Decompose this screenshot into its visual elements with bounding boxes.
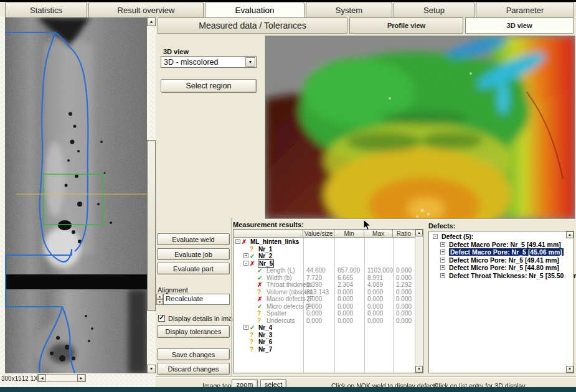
expand-toggle-icon[interactable]: + — [440, 250, 445, 254]
scroll-down-icon[interactable]: ▼ — [415, 366, 423, 373]
tab-parameter[interactable]: Parameter — [476, 2, 574, 17]
node-label[interactable]: Nr_7 — [258, 346, 272, 353]
expand-toggle-icon[interactable]: - — [433, 234, 438, 239]
node-label[interactable]: Nr_5 — [258, 260, 273, 267]
scroll-up-icon[interactable]: ▲ — [566, 231, 574, 238]
expand-toggle-icon[interactable]: + — [440, 258, 445, 263]
node-label[interactable]: Spatter — [267, 310, 286, 317]
node-label[interactable]: Nr_6 — [258, 338, 272, 345]
measurement-row[interactable]: ✗Throat thickness (s3.3902.3044.0891.292 — [234, 281, 415, 289]
node-label[interactable]: Throat thickness (s — [267, 281, 313, 288]
measurement-tree[interactable]: -✗ML_hinten_links?Nr_1+✓Nr_2-✗Nr_5✓Lengt… — [234, 238, 415, 373]
measurement-row[interactable]: ✗Macro defects (Por2.0000.0000.0000.000 — [234, 296, 415, 303]
measurement-row[interactable]: ✓Width (b)7.7206.6658.9910.000 — [234, 274, 415, 282]
measurement-row[interactable]: ?Nr_6 — [234, 338, 415, 346]
defects-vertical-scrollbar[interactable]: ▲ ▼ — [566, 231, 574, 373]
defect-label[interactable]: Defect Macro Pore: Nr_5 [45.06 mm] — [449, 248, 564, 256]
expand-toggle-icon[interactable]: + — [440, 273, 445, 278]
measurement-row[interactable]: +✓Nr_4 — [234, 324, 415, 332]
expand-toggle-icon[interactable]: + — [243, 325, 248, 330]
display-details-option[interactable]: ✓ Display details in image — [158, 314, 240, 322]
spinner-arrows[interactable]: ▲ ▼ — [156, 294, 163, 305]
header-cell-min[interactable]: Min — [334, 230, 364, 238]
expand-toggle-icon[interactable]: + — [440, 265, 445, 270]
measurement-row[interactable]: ?Nr_3 — [234, 332, 415, 339]
measurement-row[interactable]: ?Volume (obsolete)813.1430.0000.0000.000 — [234, 289, 415, 296]
tab-result-overview[interactable]: Result overview — [88, 2, 204, 17]
save-changes-button[interactable]: Save changes — [157, 348, 230, 360]
node-label[interactable]: Nr_3 — [258, 332, 272, 338]
defects-tree[interactable]: -Defect (5):+Defect Macro Pore: Nr_5 [49… — [430, 233, 565, 279]
subtab-measured-data-tolerances[interactable]: Measured data / Tolerances — [158, 17, 347, 34]
node-label[interactable]: Length (L) — [267, 267, 295, 274]
image-vertical-scrollbar[interactable]: ▲ ▼ — [147, 17, 156, 373]
defects-tree-panel[interactable]: -Defect (5):+Defect Macro Pore: Nr_5 [49… — [428, 231, 574, 373]
defect-row[interactable]: +Defect Micro Pore: Nr_5 [44.80 mm] — [430, 264, 565, 272]
tab-setup[interactable]: Setup — [394, 2, 474, 17]
defect-label[interactable]: Defect Micro Pore: Nr_5 [44.80 mm] — [449, 264, 559, 271]
node-label[interactable]: Undercuts — [267, 317, 295, 324]
evaluate-job-button[interactable]: Evaluate job — [157, 248, 230, 260]
spin-down-icon[interactable]: ▼ — [156, 299, 163, 305]
measurement-row[interactable]: -✗ML_hinten_links — [234, 238, 415, 246]
measurement-row[interactable]: ✓Length (L)44.600657.0001103.0000.000 — [234, 267, 415, 274]
node-label[interactable]: Macro defects (Por — [267, 296, 313, 302]
tab-statistics[interactable]: Statistics — [5, 2, 87, 17]
scroll-up-icon[interactable]: ▲ — [415, 230, 423, 236]
scroll-up-icon[interactable]: ▲ — [147, 17, 156, 26]
chevron-down-icon[interactable]: ▼ — [245, 57, 255, 67]
scroll-down-icon[interactable]: ▼ — [147, 365, 156, 373]
defect-root-label[interactable]: Defect (5): — [441, 233, 473, 240]
header-cell-ratio[interactable]: Ratio — [393, 230, 415, 238]
alignment-spinner[interactable]: ▲ ▼ Recalculate — [156, 294, 230, 305]
node-label[interactable]: ML_hinten_links — [250, 238, 299, 245]
measurement-table[interactable]: Value/sizeMinMaxRatio -✗ML_hinten_links?… — [233, 229, 423, 373]
node-label[interactable]: Micro defects (Pore — [267, 303, 313, 310]
expand-toggle-icon[interactable]: - — [235, 239, 240, 244]
defect-label[interactable]: Defect Macro Pore: Nr_5 [49.41 mm] — [449, 241, 561, 248]
checkbox-checked-icon[interactable]: ✓ — [158, 315, 165, 322]
measurement-row[interactable]: ✓Micro defects (Pore2.0000.0000.0000.000 — [234, 303, 415, 310]
header-cell-value-size[interactable]: Value/size — [303, 230, 334, 238]
select-region-button[interactable]: Select region — [161, 79, 257, 93]
scroll-right-icon[interactable]: ► — [77, 375, 85, 381]
spin-up-icon[interactable]: ▲ — [156, 294, 163, 299]
subtab-profile-view[interactable]: Profile view — [349, 17, 463, 34]
defect-row[interactable]: +Defect Macro Pore: Nr_5 [49.41 mm] — [430, 241, 565, 249]
expand-toggle-icon[interactable]: - — [243, 261, 248, 266]
node-label[interactable]: Nr_2 — [258, 253, 272, 259]
expand-toggle-icon[interactable]: + — [243, 253, 248, 258]
node-label[interactable]: Nr_1 — [258, 246, 272, 253]
evaluate-weld-button[interactable]: Evaluate weld — [157, 233, 230, 245]
measurement-row[interactable]: ?Spatter0.0000.0000.0000.000 — [234, 310, 415, 317]
defect-row[interactable]: +Defect Macro Pore: Nr_5 [45.06 mm] — [430, 248, 565, 256]
subtab-3d-view[interactable]: 3D view — [465, 17, 574, 34]
measurement-row[interactable]: +✓Nr_2 — [234, 253, 415, 260]
node-label[interactable]: Volume (obsolete) — [267, 289, 313, 296]
defect-row[interactable]: +Defect Micro Pore: Nr_5 [49.41 mm] — [430, 256, 565, 264]
display-tolerances-button[interactable]: Display tolerances — [157, 325, 230, 338]
scroll-left-icon[interactable]: ◄ — [38, 375, 46, 381]
measurement-row[interactable]: ?Undercuts0.0000.0000.0000.000 — [234, 317, 415, 325]
image-horizontal-scrollbar[interactable]: ◄ ► — [37, 374, 86, 382]
alignment-value-field[interactable]: Recalculate — [163, 294, 230, 305]
3d-render-view[interactable] — [265, 35, 575, 219]
evaluate-part-button[interactable]: Evaluate part — [157, 263, 230, 274]
node-label[interactable]: Width (b) — [267, 274, 292, 281]
table-vertical-scrollbar[interactable]: ▲ ▼ — [415, 230, 423, 373]
scroll-down-icon[interactable]: ▼ — [566, 366, 574, 373]
measurement-row[interactable]: -✗Nr_5 — [234, 260, 415, 268]
tab-system[interactable]: System — [306, 2, 392, 17]
weld-image[interactable] — [5, 17, 147, 373]
node-label[interactable]: Nr_4 — [258, 324, 272, 331]
expand-toggle-icon[interactable]: + — [440, 242, 445, 247]
defects-root-row[interactable]: -Defect (5): — [430, 233, 565, 241]
discard-changes-button[interactable]: Discard changes — [157, 363, 230, 375]
defect-row[interactable]: +Defect Throat Thickness: Nr_5 [35.50 mm… — [430, 272, 565, 280]
tab-evaluation[interactable]: Evaluation — [205, 2, 305, 17]
defect-label[interactable]: Defect Throat Thickness: Nr_5 [35.50 mm] — [449, 272, 576, 279]
3d-view-dropdown[interactable]: 3D - miscolored ▼ — [161, 56, 257, 68]
measurement-row[interactable]: ?Nr_1 — [234, 246, 415, 253]
defect-label[interactable]: Defect Micro Pore: Nr_5 [49.41 mm] — [449, 256, 559, 264]
measurement-row[interactable]: ?Nr_7 — [234, 346, 415, 353]
